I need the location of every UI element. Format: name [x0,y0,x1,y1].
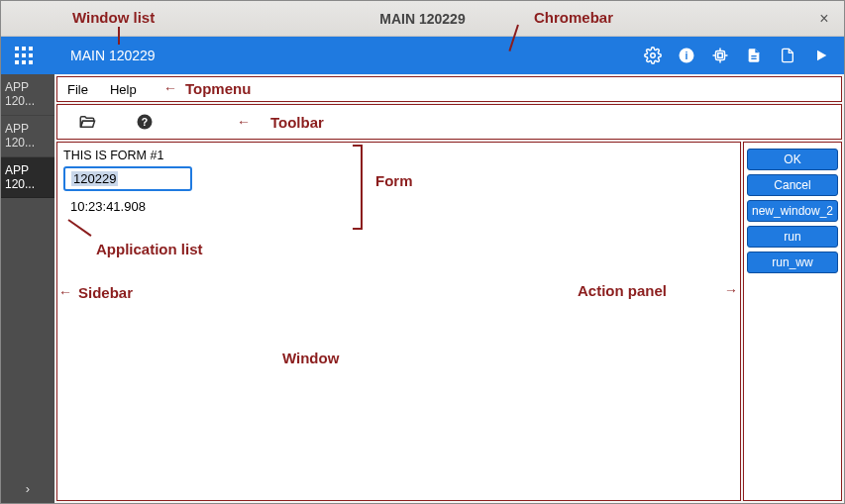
svg-rect-1 [22,47,26,50]
chromebar-title: MAIN 120229 [70,48,156,63]
svg-text:i: i [686,50,688,61]
action-run-ww[interactable]: run_ww [747,252,838,273]
action-panel: OK Cancel new_window_2 run run_ww [743,142,842,501]
svg-rect-13 [718,53,723,58]
action-cancel[interactable]: Cancel [747,174,838,196]
svg-rect-12 [716,51,725,60]
topmenu: File Help [56,76,842,102]
action-ok[interactable]: OK [747,149,838,170]
form: THIS IS FORM #1 120229 10:23:41.908 [63,149,380,218]
svg-rect-3 [15,53,19,57]
form-field-1[interactable]: 120229 [63,166,192,191]
chip-icon[interactable] [703,39,737,72]
svg-rect-4 [22,53,26,57]
svg-rect-5 [29,53,33,57]
svg-point-9 [651,53,656,58]
folder-open-icon[interactable] [75,110,99,134]
svg-marker-20 [817,50,826,61]
sidebar: APP 120... APP 120... APP 120... › [1,74,54,503]
page-icon[interactable] [771,39,804,72]
form-field-1-value: 120229 [71,171,118,186]
play-icon[interactable] [804,39,838,72]
svg-rect-0 [15,47,19,50]
form-title: THIS IS FORM #1 [63,149,380,162]
grid-apps-icon[interactable] [7,39,41,72]
svg-rect-7 [22,60,26,64]
menu-help[interactable]: Help [110,82,137,97]
svg-rect-8 [29,60,33,64]
svg-rect-2 [29,47,33,50]
action-new-window-2[interactable]: new_window_2 [747,200,838,222]
svg-text:?: ? [142,116,148,128]
sidebar-item-label: APP 120... [5,122,35,150]
gear-icon[interactable] [636,39,670,72]
close-icon[interactable]: × [814,9,834,29]
info-icon[interactable]: i [670,39,703,72]
svg-rect-6 [15,60,19,64]
os-titlebar: MAIN 120229 × [1,1,844,37]
sidebar-item-app-1[interactable]: APP 120... [1,116,54,157]
chevron-right-icon[interactable]: › [1,473,54,503]
form-field-2[interactable]: 10:23:41.908 [63,195,361,218]
sidebar-item-app-0[interactable]: APP 120... [1,74,54,116]
toolbar: ? [56,104,842,140]
sidebar-item-label: APP 120... [5,80,35,108]
sidebar-item-app-2[interactable]: APP 120... [1,157,54,199]
document-icon[interactable] [737,39,771,72]
window-area: THIS IS FORM #1 120229 10:23:41.908 [56,142,741,501]
menu-file[interactable]: File [67,82,88,97]
window-title: MAIN 120229 [379,11,465,27]
action-run[interactable]: run [747,226,838,248]
chromebar: MAIN 120229 i [1,37,844,74]
sidebar-item-label: APP 120... [5,163,35,191]
help-circle-icon[interactable]: ? [133,110,157,134]
